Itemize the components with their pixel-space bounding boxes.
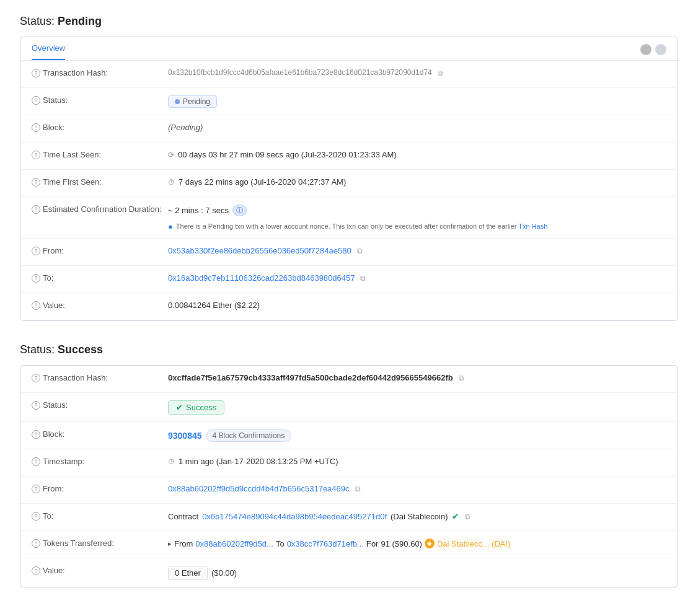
txn-hash-link[interactable]: Txn Hash: [518, 222, 547, 230]
pending-tx-hash-row: ? Transaction Hash: 0x132b10fbcb1d9fccc4…: [20, 61, 678, 88]
est-confirm-help-icon[interactable]: ?: [32, 205, 40, 214]
tokens-from-address[interactable]: 0x88ab60202ff9d5d...: [195, 539, 273, 548]
clock-icon-timestamp: ⏱: [168, 458, 175, 465]
success-status-value: ✔ Success: [168, 400, 666, 415]
success-section-title: Status: Success: [20, 343, 678, 356]
tokens-help-icon[interactable]: ?: [32, 539, 40, 548]
tokens-to-address[interactable]: 0x38cc7f763d71efb...: [287, 539, 364, 548]
success-tx-hash-copy-icon[interactable]: ⧉: [459, 374, 467, 382]
success-tx-hash-label: ? Transaction Hash:: [32, 372, 168, 382]
success-card: ? Transaction Hash: 0xcffade7f5e1a67579c…: [20, 365, 678, 587]
pending-from-address[interactable]: 0x53ab330f2ee86debb26556e036ed50f7284ae5…: [168, 246, 351, 255]
success-from-row: ? From: 0x88ab60202ff9d5d9ccdd4b4d7b656c…: [20, 477, 678, 504]
pending-time-last-seen-label: ? Time Last Seen:: [32, 149, 168, 159]
success-block-value: 9300845 4 Block Confirmations: [168, 429, 666, 442]
timestamp-help-icon[interactable]: ?: [32, 457, 40, 466]
check-circle-icon: ✔: [176, 403, 183, 412]
pending-time-first-seen-row: ? Time First Seen: ⏱ 7 days 22 mins ago …: [20, 170, 678, 197]
value-ether-box: 0 Ether: [168, 566, 208, 580]
success-status-row: ? Status: ✔ Success: [20, 393, 678, 422]
pending-block-row: ? Block: (Pending): [20, 115, 678, 143]
pending-status-value: Pending: [168, 95, 666, 108]
circle-btn-light[interactable]: [655, 44, 666, 55]
pending-dot: [175, 99, 180, 104]
status-help-icon[interactable]: ?: [32, 96, 40, 105]
dai-icon: ◈: [425, 539, 435, 548]
est-confirm-info-badge[interactable]: ⓘ: [232, 205, 247, 216]
success-status-label: ? Status:: [32, 400, 168, 410]
tab-overview[interactable]: Overview: [32, 43, 65, 60]
success-block-row: ? Block: 9300845 4 Block Confirmations: [20, 422, 678, 449]
pending-to-row: ? To: 0x16a3bd9c7eb11106326cad2263bd8463…: [20, 266, 678, 293]
success-from-help-icon[interactable]: ?: [32, 485, 40, 493]
pending-tab-bar: Overview: [20, 37, 678, 61]
from-copy-icon[interactable]: ⧉: [357, 247, 365, 255]
time-last-help-icon[interactable]: ?: [32, 151, 40, 159]
spinner-icon: ⟳: [168, 151, 174, 159]
success-from-label: ? From:: [32, 483, 168, 493]
pending-warning: ● There is a Pending txn with a lower ac…: [168, 222, 547, 231]
pending-time-last-seen-value: ⟳ 00 days 03 hr 27 min 09 secs ago (Jul-…: [168, 149, 666, 159]
success-block-help-icon[interactable]: ?: [32, 430, 40, 439]
success-value-row: ? Value: 0 Ether ($0.00): [20, 558, 678, 587]
dai-token-link[interactable]: Dai Stableco... (DAI): [437, 539, 511, 548]
success-timestamp-row: ? Timestamp: ⏱ 1 min ago (Jan-17-2020 08…: [20, 449, 678, 477]
success-value-help-icon[interactable]: ?: [32, 566, 40, 575]
pending-est-confirm-row: ? Estimated Confirmation Duration: ~ 2 m…: [20, 197, 678, 239]
success-to-row: ? To: Contract 0x6b175474e89094c44da98b9…: [20, 504, 678, 531]
to-copy-icon[interactable]: ⧉: [360, 274, 368, 282]
pending-from-row: ? From: 0x53ab330f2ee86debb26556e036ed50…: [20, 239, 678, 266]
token-transfer-details: ▸ From 0x88ab60202ff9d5d... To 0x38cc7f7…: [168, 539, 510, 548]
success-from-address[interactable]: 0x88ab60202ff9d5d9ccdd4b4d7b656c5317ea46…: [168, 484, 350, 493]
time-first-help-icon[interactable]: ?: [32, 178, 40, 187]
success-to-help-icon[interactable]: ?: [32, 512, 40, 521]
token-arrow-icon: ▸: [168, 540, 172, 548]
success-tokens-value: ▸ From 0x88ab60202ff9d5d... To 0x38cc7f7…: [168, 538, 666, 548]
value-help-icon[interactable]: ?: [32, 301, 40, 310]
pending-value-value: 0.00841264 Ether ($2.22): [168, 300, 666, 310]
contract-verified-icon: ✔: [452, 511, 459, 521]
success-status-help-icon[interactable]: ?: [32, 401, 40, 410]
block-number-link[interactable]: 9300845: [168, 431, 202, 441]
success-timestamp-label: ? Timestamp:: [32, 456, 168, 466]
pending-tx-hash-value: 0x132b10fbcb1d9fccc4d6b05afaae1e61b6ba72…: [168, 68, 666, 77]
success-tx-hash-help-icon[interactable]: ?: [32, 374, 40, 382]
pending-est-confirm-value: ~ 2 mins : 7 secs ⓘ ● There is a Pending…: [168, 204, 666, 231]
success-to-value: Contract 0x6b175474e89094c44da98b954eede…: [168, 511, 666, 521]
pending-from-value: 0x53ab330f2ee86debb26556e036ed50f7284ae5…: [168, 245, 666, 255]
dai-token-badge: ◈ Dai Stableco... (DAI): [425, 539, 511, 548]
block-help-icon[interactable]: ?: [32, 123, 40, 132]
success-from-copy-icon[interactable]: ⧉: [355, 485, 363, 493]
pending-block-value: (Pending): [168, 122, 666, 132]
tx-hash-help-icon[interactable]: ?: [32, 69, 40, 77]
success-badge: ✔ Success: [168, 400, 224, 415]
pending-status-row: ? Status: Pending: [20, 88, 678, 115]
tx-hash-copy-icon[interactable]: ⧉: [438, 69, 446, 77]
success-timestamp-value: ⏱ 1 min ago (Jan-17-2020 08:13:25 PM +UT…: [168, 456, 666, 466]
success-tokens-label: ? Tokens Transferred:: [32, 538, 168, 548]
success-tokens-row: ? Tokens Transferred: ▸ From 0x88ab60202…: [20, 531, 678, 558]
success-from-value: 0x88ab60202ff9d5d9ccdd4b4d7b656c5317ea46…: [168, 483, 666, 493]
pending-status-label: ? Status:: [32, 95, 168, 105]
pending-to-label: ? To:: [32, 273, 168, 283]
from-help-icon[interactable]: ?: [32, 247, 40, 255]
clock-icon-first: ⏱: [168, 178, 175, 186]
success-to-label: ? To:: [32, 511, 168, 521]
success-to-contract-address[interactable]: 0x6b175474e89094c44da98b954eedeac495271d…: [202, 512, 387, 521]
success-value-value: 0 Ether ($0.00): [168, 565, 666, 580]
pending-value-row: ? Value: 0.00841264 Ether ($2.22): [20, 293, 678, 320]
success-value-label: ? Value:: [32, 565, 168, 575]
confirmations-badge: 4 Block Confirmations: [206, 429, 292, 442]
pending-time-last-seen-row: ? Time Last Seen: ⟳ 00 days 03 hr 27 min…: [20, 143, 678, 170]
success-tx-hash-value: 0xcffade7f5e1a67579cb4333aff497fd5a500cb…: [168, 372, 666, 382]
pending-value-label: ? Value:: [32, 300, 168, 310]
pending-section-title: Status: Pending: [20, 15, 678, 28]
pending-time-first-seen-label: ? Time First Seen:: [32, 177, 168, 187]
success-to-copy-icon[interactable]: ⧉: [465, 513, 473, 521]
success-block-label: ? Block:: [32, 429, 168, 439]
to-help-icon[interactable]: ?: [32, 274, 40, 283]
circle-btn-dark[interactable]: [640, 44, 652, 55]
pending-est-confirm-label: ? Estimated Confirmation Duration:: [32, 204, 168, 214]
pending-block-label: ? Block:: [32, 122, 168, 132]
pending-to-address[interactable]: 0x16a3bd9c7eb11106326cad2263bd8463980d64…: [168, 273, 355, 283]
